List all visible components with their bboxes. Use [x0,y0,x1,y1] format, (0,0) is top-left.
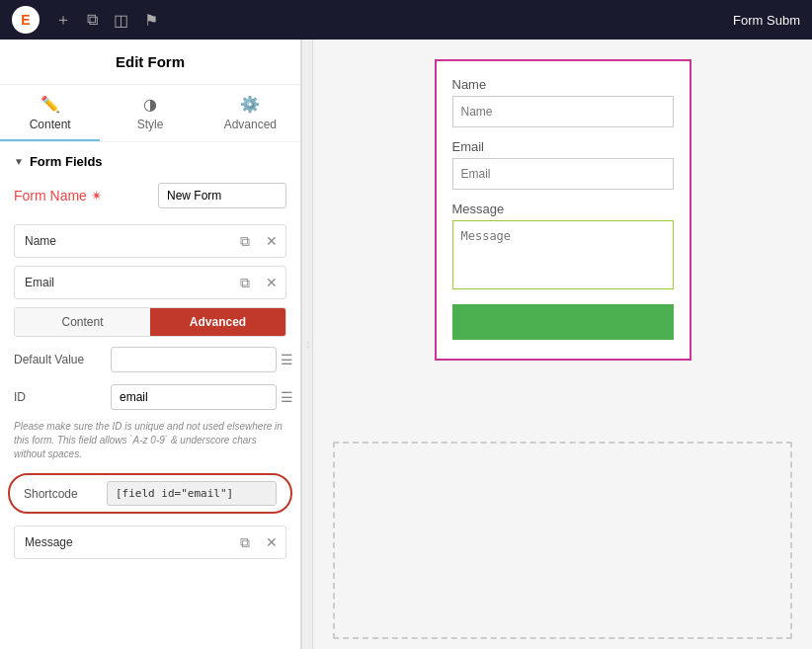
default-value-label: Default Value [14,353,103,366]
default-value-row: Default Value ☰ [0,341,300,378]
id-input[interactable] [111,384,277,410]
content-tab-icon: ✏️ [41,95,60,114]
resize-handle[interactable]: ⋮ [301,40,313,649]
tab-advanced[interactable]: ⚙️ Advanced [201,85,300,141]
topbar: E ＋ ⧉ ◫ ⚑ Form Subm [0,0,812,40]
message-delete-button[interactable]: ✕ [258,528,285,556]
name-field-label: Name [15,225,232,257]
message-field-actions: ⧉ ✕ [232,528,285,557]
email-delete-button[interactable]: ✕ [258,269,285,296]
flag-icon[interactable]: ⚑ [144,11,158,30]
layers-icon[interactable]: ◫ [114,11,128,30]
default-value-input[interactable] [111,347,277,372]
add-icon[interactable]: ＋ [55,10,71,31]
form-name-input[interactable] [158,183,286,208]
field-row-message: Message ⧉ ✕ [14,526,286,559]
preview-email-field: Email [452,139,674,190]
canvas: Name Email Message [313,40,812,649]
field-row-email: Email ⧉ ✕ [14,266,286,299]
preview-name-field: Name [452,77,674,127]
tabs-bar: ✏️ Content ◑ Style ⚙️ Advanced [0,85,300,142]
shortcode-label: Shortcode [24,487,99,501]
elementor-logo[interactable]: E [12,6,40,34]
email-sub-tab-advanced[interactable]: Advanced [150,308,285,336]
topbar-title: Form Subm [733,13,800,28]
advanced-tab-icon: ⚙️ [240,95,260,114]
preview-message-label: Message [452,202,674,216]
tab-content[interactable]: ✏️ Content [0,85,100,141]
id-note: Please make sure the ID is unique and no… [0,416,300,469]
style-tab-icon: ◑ [143,95,157,114]
canvas-bottom-area [333,442,792,639]
resize-dots-icon: ⋮ [304,340,311,349]
name-field-actions: ⧉ ✕ [232,227,285,256]
tab-content-label: Content [30,118,71,131]
main-layout: Edit Form ✏️ Content ◑ Style ⚙️ Advanced… [0,40,812,649]
id-row: ID ☰ [0,378,300,416]
email-field-actions: ⧉ ✕ [232,269,285,297]
message-duplicate-button[interactable]: ⧉ [232,528,258,557]
section-arrow-icon: ▼ [14,156,24,167]
preview-message-field: Message [452,202,674,292]
shortcode-value[interactable]: [field id="email"] [107,481,277,506]
sidebar-header: Edit Form [0,40,300,85]
shortcode-row: Shortcode [field id="email"] [8,473,292,514]
dynamic-icon[interactable]: ✴ [91,188,103,203]
sidebar: Edit Form ✏️ Content ◑ Style ⚙️ Advanced… [0,40,301,649]
email-sub-tab-content[interactable]: Content [15,308,150,336]
email-duplicate-button[interactable]: ⧉ [232,269,258,297]
field-row-name: Name ⧉ ✕ [14,224,286,258]
id-label: ID [14,390,103,404]
form-name-row: Form Name ✴ [0,177,300,220]
tab-style[interactable]: ◑ Style [100,85,200,141]
message-field-label: Message [15,527,232,558]
tab-advanced-label: Advanced [224,118,277,131]
id-icon[interactable]: ☰ [281,389,293,405]
canvas-top: Name Email Message [313,40,812,432]
default-value-icon[interactable]: ☰ [281,352,293,367]
preview-name-input[interactable] [452,96,674,127]
form-fields-section[interactable]: ▼ Form Fields [0,142,300,177]
id-input-wrap: ☰ [111,384,293,410]
name-delete-button[interactable]: ✕ [258,227,285,255]
default-value-input-wrap: ☰ [111,347,293,372]
preview-email-label: Email [452,139,674,154]
preview-submit-button[interactable] [452,304,674,340]
sliders-icon[interactable]: ⧉ [87,11,98,29]
form-name-label: Form Name ✴ [14,188,150,203]
section-label: Form Fields [30,154,103,169]
email-sub-tabs: Content Advanced [14,307,286,337]
email-field-label: Email [15,267,232,298]
preview-name-label: Name [452,77,674,92]
preview-email-input[interactable] [452,158,674,190]
preview-message-textarea[interactable] [452,220,674,289]
name-duplicate-button[interactable]: ⧉ [232,227,258,256]
form-preview: Name Email Message [435,59,691,361]
tab-style-label: Style [137,118,164,131]
